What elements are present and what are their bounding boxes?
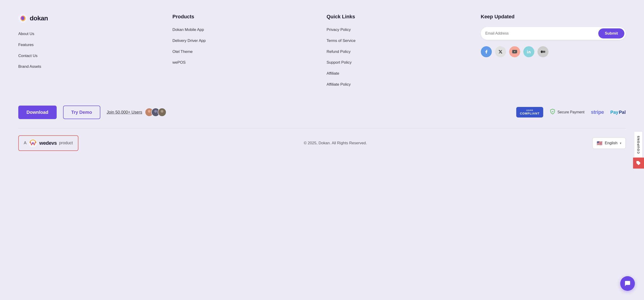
brand-name: dokan — [30, 15, 48, 22]
link-affiliate-policy[interactable]: Affiliate Policy — [326, 82, 472, 87]
svg-point-13 — [161, 110, 164, 113]
dokan-logo-icon — [18, 14, 28, 23]
footer-top-grid: dokan About Us Features Contact Us Brand… — [18, 14, 626, 99]
link-terms-of-service[interactable]: Terms of Service — [326, 38, 472, 44]
secure-payment-text: Secure Payment — [558, 110, 584, 114]
svg-point-4 — [543, 51, 544, 53]
cta-bar: Download Try Demo Join 50,000+ Users GDP… — [18, 99, 626, 128]
quicklinks-links: Privacy Policy Terms of Service Refund P… — [326, 27, 472, 87]
email-input[interactable] — [486, 31, 598, 36]
products-links: Dokan Mobile App Delivery Driver App Ote… — [172, 27, 318, 65]
footer: dokan About Us Features Contact Us Brand… — [0, 0, 644, 158]
link-support-policy[interactable]: Support Policy — [326, 60, 472, 65]
svg-point-3 — [541, 50, 543, 53]
twitter-x-icon[interactable] — [495, 46, 506, 57]
nav-features[interactable]: Features — [18, 42, 164, 48]
link-privacy-policy[interactable]: Privacy Policy — [326, 27, 472, 33]
language-selector[interactable]: 🇺🇸 English ▾ — [592, 137, 626, 149]
link-otel-theme[interactable]: Otel Theme — [172, 49, 318, 55]
nav-contact-us[interactable]: Contact Us — [18, 53, 164, 59]
newsletter-form: Submit — [481, 27, 626, 40]
stripe-badge: stripe — [591, 109, 604, 115]
stripe-text: stripe — [591, 109, 604, 115]
social-icons-row — [481, 46, 626, 57]
youtube-icon[interactable] — [509, 46, 520, 57]
brand-column: dokan About Us Features Contact Us Brand… — [18, 14, 164, 87]
link-affiliate[interactable]: Affiliate — [326, 71, 472, 76]
wedevs-logo-icon — [29, 139, 37, 147]
wedevs-prefix-text: A — [24, 141, 26, 145]
coupons-sidebar: COUPONS — [633, 131, 644, 169]
quicklinks-column: Quick Links Privacy Policy Terms of Serv… — [326, 14, 472, 87]
wedevs-suffix-text: product — [59, 141, 73, 145]
coupons-label[interactable]: COUPONS — [634, 131, 643, 158]
nav-brand-assets[interactable]: Brand Assets — [18, 64, 164, 69]
svg-point-5 — [545, 51, 545, 53]
language-label: English — [605, 141, 618, 145]
trust-badges: GDPR COMPLIANT Secure Payment stripe Pay… — [516, 107, 626, 117]
svg-point-2 — [527, 50, 528, 51]
chevron-down-icon: ▾ — [620, 141, 622, 145]
linkedin-icon[interactable] — [523, 46, 534, 57]
quicklinks-title: Quick Links — [326, 14, 472, 20]
brand-logo[interactable]: dokan — [18, 14, 164, 23]
wedevs-name-text: wedevs — [39, 140, 57, 146]
facebook-icon[interactable] — [481, 46, 492, 57]
user-avatars — [145, 108, 166, 116]
medium-icon[interactable] — [538, 46, 548, 57]
brand-nav: About Us Features Contact Us Brand Asset… — [18, 31, 164, 69]
link-refund-policy[interactable]: Refund Policy — [326, 49, 472, 55]
nav-about-us[interactable]: About Us — [18, 31, 164, 37]
join-users-link[interactable]: Join 50,000+ Users — [107, 108, 166, 116]
link-dokan-mobile-app[interactable]: Dokan Mobile App — [172, 27, 318, 33]
submit-button[interactable]: Submit — [598, 28, 624, 39]
try-demo-button[interactable]: Try Demo — [63, 106, 100, 119]
copyright-text: © 2025, Dokan. All Rights Reserved. — [304, 141, 367, 145]
paypal-badge: PayPal — [610, 110, 626, 115]
join-users-text: Join 50,000+ Users — [107, 110, 142, 115]
svg-point-1 — [22, 17, 24, 20]
link-delivery-driver-app[interactable]: Delivery Driver App — [172, 38, 318, 44]
gdpr-badge: GDPR COMPLIANT — [516, 107, 543, 117]
svg-point-7 — [148, 110, 150, 113]
link-wepos[interactable]: wePOS — [172, 60, 318, 65]
chat-button[interactable] — [620, 276, 635, 291]
products-title: Products — [172, 14, 318, 20]
newsletter-column: Keep Updated Submit — [481, 14, 626, 87]
us-flag-icon: 🇺🇸 — [597, 140, 602, 146]
coupons-icon-button[interactable] — [633, 158, 644, 169]
shield-check-icon — [550, 108, 556, 116]
svg-point-16 — [32, 142, 34, 144]
wedevs-badge[interactable]: A wedevs product — [18, 135, 78, 151]
footer-bottom: A wedevs product © 2025, Dokan. All Righ… — [18, 128, 626, 158]
svg-point-10 — [154, 110, 157, 113]
user-avatar-3 — [158, 108, 166, 116]
products-column: Products Dokan Mobile App Delivery Drive… — [172, 14, 318, 87]
secure-payment-badge: Secure Payment — [550, 108, 584, 116]
newsletter-title: Keep Updated — [481, 14, 626, 20]
download-button[interactable]: Download — [18, 106, 57, 119]
